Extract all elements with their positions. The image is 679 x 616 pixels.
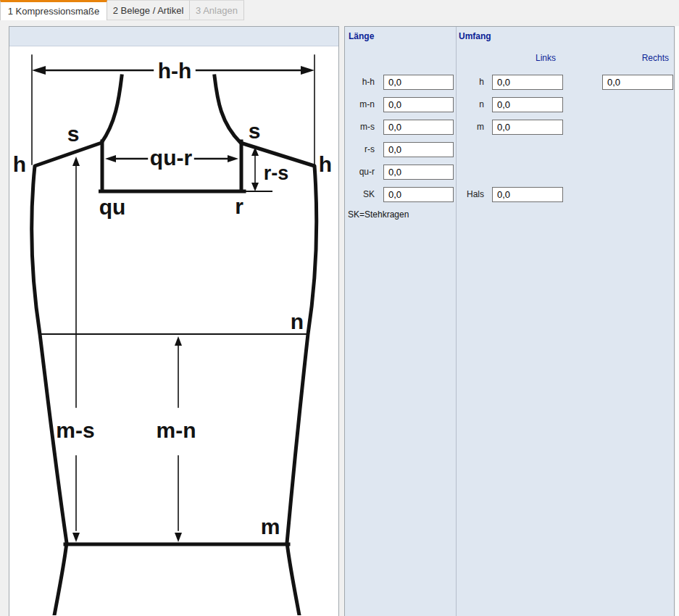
rs-arrowhead-bottom [251, 183, 259, 191]
label-h: h [432, 75, 484, 90]
diagram-label-s-left: s [67, 122, 80, 146]
ms-arrowhead-top [72, 157, 80, 166]
measure-row: r-s [345, 142, 675, 157]
label-m: m [432, 120, 484, 135]
input-umfang-h-rechts[interactable] [602, 75, 673, 90]
measurements-panel: Länge Umfang Links Rechts h-h h m-n n m-… [344, 26, 675, 616]
section-divider [456, 27, 457, 616]
input-umfang-hals[interactable] [492, 187, 563, 202]
label-rs: r-s [345, 142, 375, 157]
label-sk: SK [345, 187, 375, 202]
input-umfang-h-links[interactable] [492, 75, 563, 90]
measure-row: m-s m [345, 120, 675, 135]
mn-arrowhead-bottom [175, 533, 182, 542]
label-ms: m-s [345, 120, 375, 135]
diagram-label-ms: m-s [56, 418, 94, 442]
rechts-column-header: Rechts [602, 53, 673, 63]
diagram-panel-header [9, 27, 338, 46]
tab-kompressionsmasse[interactable]: 1 Kompressionsmaße [0, 0, 107, 20]
diagram-label-h-right: h [319, 152, 332, 176]
diagram-label-rs: r-s [264, 162, 289, 184]
hh-arrowhead-right [301, 66, 314, 75]
input-laenge-qur[interactable] [383, 165, 454, 180]
diagram-label-r: r [235, 194, 243, 218]
input-laenge-rs[interactable] [383, 142, 454, 157]
umfang-section-header: Umfang [459, 31, 491, 41]
measure-row: qu-r [345, 165, 675, 180]
label-hals: Hals [432, 187, 484, 202]
measure-row: h-h h [345, 75, 675, 90]
label-qur: qu-r [345, 165, 375, 180]
diagram-label-qur: qu-r [150, 146, 193, 170]
tab-bar: 1 Kompressionsmaße 2 Belege / Artikel 3 … [0, 0, 679, 20]
laenge-section-header: Länge [349, 31, 374, 41]
diagram-label-h-left: h [13, 152, 26, 176]
label-n: n [432, 97, 484, 112]
diagram-panel: h-h s s h h qu-r r-s qu r n m-s m-n m [9, 26, 339, 616]
input-umfang-m-links[interactable] [492, 120, 563, 135]
tab-anlagen: 3 Anlagen [190, 0, 244, 20]
diagram-label-s-right: s [249, 119, 261, 143]
qur-arrowhead-left [105, 155, 116, 162]
right-edge-strip [675, 26, 679, 616]
diagram-label-mn: m-n [157, 418, 196, 442]
input-umfang-n-links[interactable] [492, 97, 563, 112]
measure-row: SK Hals [345, 187, 675, 202]
tab-belege-artikel[interactable]: 2 Belege / Artikel [107, 0, 190, 20]
diagram-label-n: n [291, 309, 304, 333]
label-hh: h-h [345, 75, 375, 90]
ms-arrowhead-bottom [72, 533, 80, 542]
mn-arrowhead-top [175, 336, 182, 346]
diagram-label-m: m [261, 515, 280, 538]
measure-row: m-n n [345, 97, 675, 112]
sk-footnote: SK=Stehkragen [348, 209, 409, 220]
links-column-header: Links [492, 53, 564, 63]
diagram-label-hh: h-h [158, 59, 192, 83]
qur-arrowhead-right [228, 155, 238, 162]
hh-arrowhead-left [32, 66, 46, 75]
diagram-label-qu: qu [99, 195, 126, 219]
label-mn: m-n [345, 97, 375, 112]
compression-garment-diagram: h-h s s h h qu-r r-s qu r n m-s m-n m [9, 46, 338, 615]
